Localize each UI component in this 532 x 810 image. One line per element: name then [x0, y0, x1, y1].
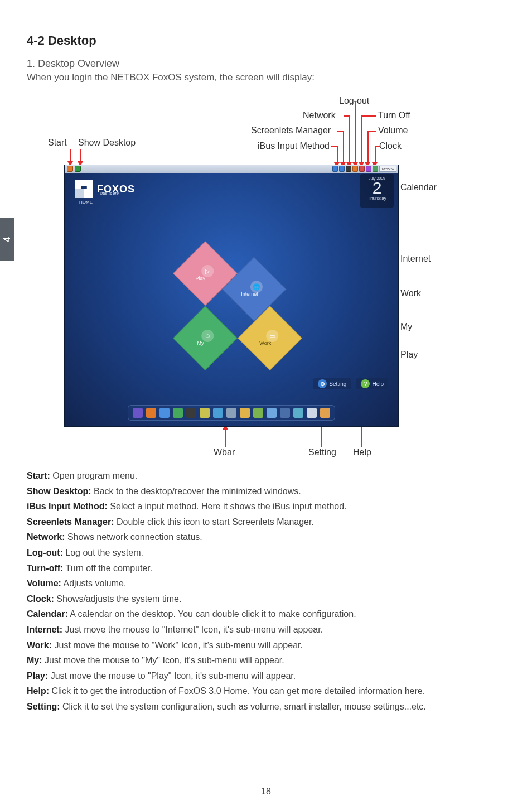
definition-item: Setting: Click it to set the system conf…: [27, 701, 505, 713]
connector: [349, 115, 350, 163]
definition-term: Work:: [27, 640, 52, 650]
definition-item: Turn-off: Turn off the computer.: [27, 562, 505, 575]
definition-term: Volume:: [27, 578, 61, 588]
dock-icon[interactable]: [186, 408, 196, 418]
dock-icon[interactable]: [293, 408, 303, 418]
label-my: My: [400, 322, 412, 332]
definition-list: Start: Open program menu.Show Desktop: B…: [27, 470, 505, 713]
definition-desc: Open program menu.: [50, 471, 138, 480]
label-help-callout: Help: [353, 447, 371, 457]
dock-icon[interactable]: [253, 408, 263, 418]
connector: [367, 131, 376, 132]
definition-term: Calendar:: [27, 609, 68, 619]
definition-term: Start:: [27, 471, 50, 480]
label-work: Work: [400, 288, 421, 298]
dock-icon[interactable]: [267, 408, 277, 418]
label-clock: Clock: [379, 141, 402, 151]
dock-icon[interactable]: [146, 408, 156, 418]
dock-icon[interactable]: [213, 408, 223, 418]
tray-icon[interactable]: [373, 166, 378, 172]
connector: [375, 146, 376, 163]
tray-icon[interactable]: [352, 166, 358, 172]
launcher-label: Internet: [241, 291, 258, 297]
launcher-play[interactable]: ▷ Play: [173, 241, 238, 306]
dock-icon[interactable]: [240, 408, 250, 418]
label-calendar: Calendar: [400, 182, 437, 192]
definition-term: Internet:: [27, 625, 62, 634]
connector: [361, 115, 362, 163]
page-number: 18: [0, 787, 532, 797]
definition-item: Start: Open program menu.: [27, 470, 505, 482]
connector: [344, 115, 349, 117]
definition-term: Log-out:: [27, 548, 63, 557]
connector: [337, 131, 343, 132]
dock-icon[interactable]: [320, 408, 330, 418]
definition-item: Log-out: Log out the system.: [27, 547, 505, 559]
connector: [367, 131, 369, 163]
definition-item: Internet: Just move the mouse to "Intern…: [27, 624, 505, 636]
dock-icon[interactable]: [280, 408, 290, 418]
help-button[interactable]: ? Help: [356, 378, 388, 389]
connector: [343, 131, 344, 163]
definition-desc: Turn off the computer.: [63, 563, 152, 573]
definition-item: Work: Just move the mouse to "Work" Icon…: [27, 639, 505, 652]
help-icon: ?: [361, 379, 370, 388]
label-ibus: iBus Input Method: [258, 141, 330, 151]
definition-desc: Just move the mouse to "Work" Icon, it's…: [52, 640, 303, 650]
definition-item: Calendar: A calendar on the desktop. You…: [27, 608, 505, 620]
connector: [331, 146, 337, 147]
setting-button[interactable]: ⚙ Setting: [313, 378, 351, 389]
dock-icon[interactable]: [200, 408, 210, 418]
definition-term: Turn-off:: [27, 563, 63, 573]
foxos-screenshot: 18:55:52 FOXOS this is life HOME July 20…: [64, 165, 399, 427]
calendar-day: 2: [360, 180, 394, 196]
label-show-desktop: Show Desktop: [78, 138, 136, 148]
definition-term: Show Desktop:: [27, 486, 91, 496]
dock-icon[interactable]: [307, 408, 317, 418]
tray-icon[interactable]: [359, 166, 365, 172]
definition-desc: A calendar on the desktop. You can doubl…: [68, 609, 356, 619]
connector: [337, 146, 338, 163]
definition-term: Network:: [27, 532, 65, 542]
label-screenlets: Screenlets Manager: [251, 126, 331, 136]
dock-icon[interactable]: [133, 408, 143, 418]
connector: [355, 101, 356, 163]
label-start: Start: [48, 138, 67, 148]
setting-help-group: ⚙ Setting ? Help: [313, 378, 388, 389]
definition-item: My: Just move the mouse to "My" Icon, it…: [27, 654, 505, 667]
show-desktop-button[interactable]: [75, 166, 81, 172]
gear-icon: ⚙: [318, 379, 327, 388]
definition-item: Volume: Adjusts volume.: [27, 577, 505, 590]
dock-icon[interactable]: [173, 408, 183, 418]
logo-tagline: this is life: [100, 191, 119, 196]
calendar-widget[interactable]: July 2009 2 Thursday: [360, 174, 394, 208]
tray-icon[interactable]: [339, 166, 345, 172]
definition-desc: Just move the mouse to "My" Icon, it's s…: [42, 655, 284, 665]
dock-icon[interactable]: [159, 408, 170, 418]
definition-term: My:: [27, 655, 42, 665]
definition-term: iBus Input Method:: [27, 502, 108, 511]
launcher-my[interactable]: ☺ My: [173, 306, 238, 370]
connector: [375, 146, 380, 147]
tray-icon[interactable]: [366, 166, 371, 172]
launcher-internet[interactable]: 🌐 Internet: [222, 257, 287, 321]
definition-desc: Log out the system.: [63, 548, 143, 557]
logo-icon: [75, 180, 94, 199]
definition-item: iBus Input Method: Select a input method…: [27, 500, 505, 513]
label-turn-off: Turn Off: [378, 110, 410, 120]
definition-term: Play:: [27, 671, 48, 681]
connector: [80, 149, 81, 162]
launcher-work[interactable]: ▭ Work: [238, 306, 302, 370]
wbar-dock[interactable]: [128, 405, 335, 421]
definition-item: Help: Click it to get the introduction o…: [27, 685, 505, 697]
dock-icon[interactable]: [226, 408, 236, 418]
connector: [70, 149, 71, 162]
definition-desc: Click it to set the system configuration…: [60, 702, 426, 711]
clock-display[interactable]: 18:55:52: [379, 166, 396, 172]
launcher-label: Work: [259, 340, 271, 346]
calendar-weekday: Thursday: [360, 196, 394, 201]
tray-icon[interactable]: [346, 166, 351, 172]
definition-term: Setting:: [27, 702, 60, 711]
start-button[interactable]: [67, 166, 73, 172]
tray-icon[interactable]: [332, 166, 338, 172]
